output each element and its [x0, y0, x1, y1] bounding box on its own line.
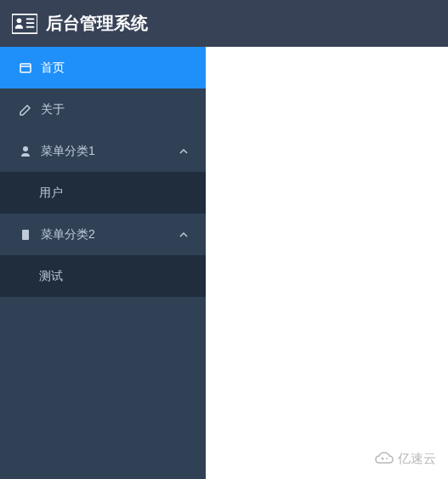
- svg-point-10: [386, 458, 388, 459]
- svg-point-9: [382, 458, 384, 460]
- header: 后台管理系统: [0, 0, 448, 47]
- user-icon: [19, 145, 32, 158]
- logo-icon: [12, 14, 37, 34]
- chevron-up-icon: [179, 230, 189, 240]
- sidebar-item-label: 测试: [39, 269, 63, 284]
- edit-icon: [19, 103, 32, 117]
- cloud-icon: [374, 450, 394, 467]
- watermark: 亿速云: [374, 450, 436, 467]
- sidebar-item-home[interactable]: 首页: [0, 47, 206, 88]
- doc-icon: [19, 228, 32, 242]
- app-title: 后台管理系统: [46, 12, 148, 35]
- svg-point-1: [17, 18, 22, 23]
- container: 首页 关于 菜单分类1 用户 菜单分类2: [0, 47, 448, 479]
- sidebar-subitem-test[interactable]: 测试: [0, 255, 206, 297]
- sidebar: 首页 关于 菜单分类1 用户 菜单分类2: [0, 47, 206, 479]
- svg-rect-2: [26, 18, 34, 20]
- sidebar-item-label: 用户: [39, 185, 63, 201]
- watermark-text: 亿速云: [398, 451, 436, 467]
- home-icon: [19, 61, 32, 75]
- sidebar-item-category2[interactable]: 菜单分类2: [0, 214, 206, 255]
- svg-rect-5: [20, 64, 31, 72]
- sidebar-item-label: 首页: [41, 60, 65, 76]
- sidebar-item-label: 关于: [41, 102, 65, 117]
- sidebar-subitem-user[interactable]: 用户: [0, 172, 206, 214]
- svg-rect-3: [26, 22, 34, 24]
- svg-rect-4: [26, 26, 34, 27]
- sidebar-item-label: 菜单分类1: [41, 144, 95, 159]
- sidebar-item-about[interactable]: 关于: [0, 88, 206, 130]
- chevron-up-icon: [179, 146, 189, 157]
- content-area: [206, 47, 448, 479]
- svg-rect-8: [22, 230, 29, 240]
- sidebar-item-label: 菜单分类2: [41, 227, 95, 242]
- sidebar-item-category1[interactable]: 菜单分类1: [0, 130, 206, 172]
- svg-point-7: [23, 146, 28, 151]
